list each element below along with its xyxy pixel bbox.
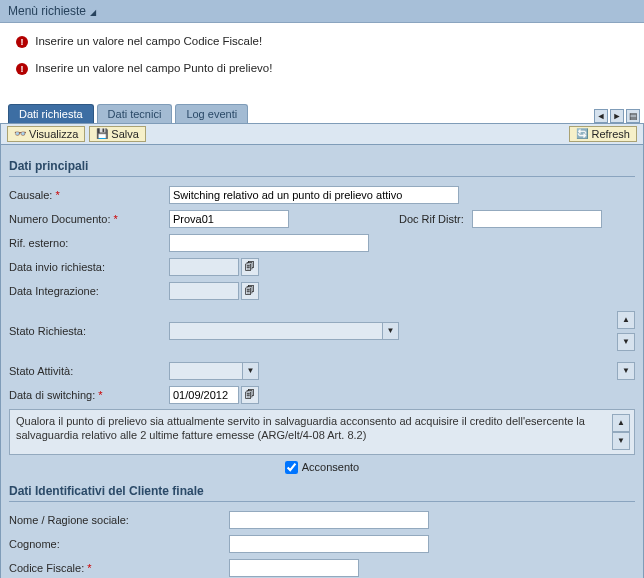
row-cf: Codice Fiscale: * — [9, 558, 635, 578]
row-statoric: Stato Richiesta: ▼ ▲ ▼ — [9, 311, 635, 351]
label-cf: Codice Fiscale: * — [9, 562, 229, 574]
scroll-up-button[interactable]: ▲ — [612, 414, 630, 432]
label-datainvio: Data invio richiesta: — [9, 261, 169, 273]
row-acconsento: Acconsento — [9, 461, 635, 474]
refresh-label: Refresh — [591, 128, 630, 140]
content-area: Dati principali Causale: * Numero Docume… — [0, 145, 644, 578]
label-dataint: Data Integrazione: — [9, 285, 169, 297]
chevron-down-icon[interactable]: ▼ — [242, 363, 258, 379]
section-dati-principali: Dati principali — [9, 159, 635, 177]
tab-list-button[interactable]: ▤ — [626, 109, 640, 123]
tab-dati-richiesta[interactable]: Dati richiesta — [8, 104, 94, 123]
consent-textarea[interactable]: Qualora il punto di prelievo sia attualm… — [9, 409, 635, 455]
nome-input[interactable] — [229, 511, 429, 529]
label-rifest: Rif. esterno: — [9, 237, 169, 249]
date-picker-icon[interactable]: 🗐 — [241, 258, 259, 276]
label-numdoc: Numero Documento: * — [9, 213, 169, 225]
glasses-icon: 👓 — [14, 128, 26, 139]
step-up-button[interactable]: ▲ — [617, 311, 635, 329]
salva-label: Salva — [111, 128, 139, 140]
menu-richieste[interactable]: Menù richieste ◢ — [8, 4, 96, 18]
label-dataswitch: Data di switching: * — [9, 389, 169, 401]
row-numdoc: Numero Documento: * Doc Rif Distr: — [9, 209, 635, 229]
stato-richiesta-stepper: ▲ ▼ — [617, 311, 635, 351]
menu-label: Menù richieste — [8, 4, 86, 18]
row-datainvio: Data invio richiesta: 🗐 — [9, 257, 635, 277]
label-causale: Causale: * — [9, 189, 169, 201]
salva-button[interactable]: 💾 Salva — [89, 126, 146, 142]
tab-nav: ◄ ► ▤ — [594, 109, 640, 123]
visualizza-button[interactable]: 👓 Visualizza — [7, 126, 85, 142]
menu-bar: Menù richieste ◢ — [0, 0, 644, 23]
stato-richiesta-select[interactable]: ▼ — [169, 322, 399, 340]
data-integrazione-input[interactable] — [169, 282, 239, 300]
causale-input[interactable] — [169, 186, 459, 204]
stato-attivita-select[interactable]: ▼ — [169, 362, 259, 380]
data-invio-input[interactable] — [169, 258, 239, 276]
row-nome: Nome / Ragione sociale: — [9, 510, 635, 530]
textarea-scroll: ▲ ▼ — [612, 414, 628, 450]
data-switching-input[interactable] — [169, 386, 239, 404]
row-cognome: Cognome: — [9, 534, 635, 554]
alert-text: Inserire un valore nel campo Codice Fisc… — [35, 35, 262, 47]
visualizza-label: Visualizza — [29, 128, 78, 140]
section-client: Dati Identificativi del Cliente finale — [9, 484, 635, 502]
alerts-area: ! Inserire un valore nel campo Codice Fi… — [0, 23, 644, 91]
save-icon: 💾 — [96, 128, 108, 139]
label-docrif: Doc Rif Distr: — [399, 213, 464, 225]
tab-dati-tecnici[interactable]: Dati tecnici — [97, 104, 173, 123]
client-section: Nome / Ragione sociale: Cognome: Codice … — [9, 510, 635, 578]
step-down-button[interactable]: ▼ — [617, 333, 635, 351]
label-statoatt: Stato Attività: — [9, 365, 169, 377]
numero-documento-input[interactable] — [169, 210, 289, 228]
refresh-icon: 🔄 — [576, 128, 588, 139]
cognome-input[interactable] — [229, 535, 429, 553]
label-nome: Nome / Ragione sociale: — [9, 514, 229, 526]
tab-log-eventi[interactable]: Log eventi — [175, 104, 248, 123]
tab-strip: Dati richiesta Dati tecnici Log eventi ◄… — [0, 103, 644, 123]
error-icon: ! — [16, 36, 28, 48]
row-dataswitch: Data di switching: * 🗐 — [9, 385, 635, 405]
error-icon: ! — [16, 63, 28, 75]
date-picker-icon[interactable]: 🗐 — [241, 386, 259, 404]
alert-row: ! Inserire un valore nel campo Punto di … — [10, 58, 278, 79]
scroll-down-button[interactable]: ▼ — [612, 432, 630, 450]
codice-fiscale-input[interactable] — [229, 559, 359, 577]
row-statoatt: Stato Attività: ▼ ▼ — [9, 361, 635, 381]
stato-attivita-stepper: ▼ — [617, 362, 635, 380]
acconsento-label: Acconsento — [302, 461, 359, 473]
date-picker-icon[interactable]: 🗐 — [241, 282, 259, 300]
row-causale: Causale: * — [9, 185, 635, 205]
alert-row: ! Inserire un valore nel campo Codice Fi… — [10, 31, 268, 52]
doc-rif-distr-input[interactable] — [472, 210, 602, 228]
menu-caret-icon: ◢ — [90, 8, 96, 17]
row-rifest: Rif. esterno: — [9, 233, 635, 253]
label-cognome: Cognome: — [9, 538, 229, 550]
tab-prev-button[interactable]: ◄ — [594, 109, 608, 123]
row-dataint: Data Integrazione: 🗐 — [9, 281, 635, 301]
alert-text: Inserire un valore nel campo Punto di pr… — [35, 62, 272, 74]
consent-text: Qualora il punto di prelievo sia attualm… — [16, 414, 608, 450]
rif-esterno-input[interactable] — [169, 234, 369, 252]
toolbar: 👓 Visualizza 💾 Salva 🔄 Refresh — [0, 123, 644, 145]
acconsento-checkbox[interactable] — [285, 461, 298, 474]
step-down-button[interactable]: ▼ — [617, 362, 635, 380]
tab-next-button[interactable]: ► — [610, 109, 624, 123]
refresh-button[interactable]: 🔄 Refresh — [569, 126, 637, 142]
label-statoric: Stato Richiesta: — [9, 325, 169, 337]
chevron-down-icon[interactable]: ▼ — [382, 323, 398, 339]
